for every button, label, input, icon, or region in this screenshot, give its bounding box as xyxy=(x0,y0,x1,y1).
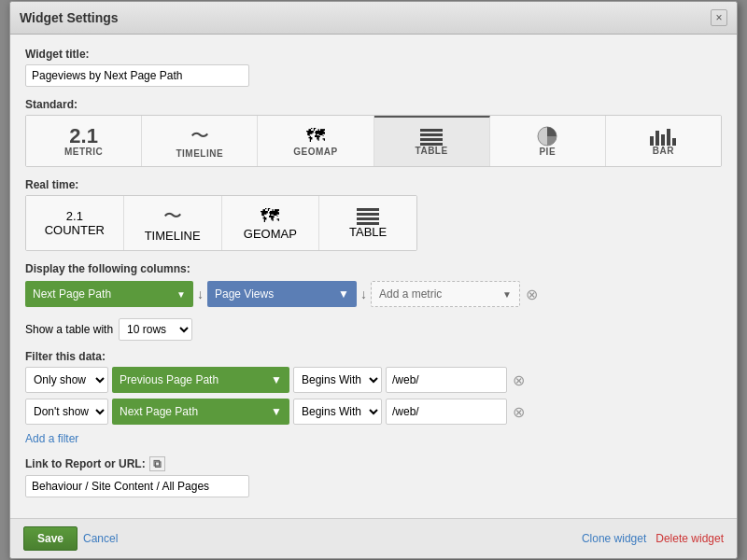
standard-section: Standard: 2.1 METRIC 〜 TIMELINE 🗺 GEOMAP xyxy=(25,98,722,167)
filter2-value-input[interactable] xyxy=(386,399,507,425)
link-copy-icon[interactable]: ⧉ xyxy=(149,456,165,471)
remove-filter1-button[interactable]: ⊗ xyxy=(513,371,525,389)
rows-label: Show a table with xyxy=(25,323,113,336)
rt-timeline-label: TIMELINE xyxy=(145,229,201,243)
standard-options-grid: 2.1 METRIC 〜 TIMELINE 🗺 GEOMAP xyxy=(25,115,722,167)
columns-row: Next Page Path ▼ ↓ Page Views ▼ ↓ Add a … xyxy=(25,281,722,307)
add-metric-box[interactable]: Add a metric ▼ xyxy=(371,281,520,307)
filter-row-2: Don't show Only show Next Page Path ▼ Be… xyxy=(25,399,722,425)
columns-section: Display the following columns: Next Page… xyxy=(25,262,722,307)
bar-label: BAR xyxy=(653,146,674,156)
cancel-button[interactable]: Cancel xyxy=(83,532,118,545)
remove-filter2-button[interactable]: ⊗ xyxy=(513,403,525,421)
rows-row: Show a table with 10 rows 5 rows 25 rows… xyxy=(25,318,722,341)
rt-option-counter[interactable]: 2.1 COUNTER xyxy=(26,196,124,250)
dialog-body: Widget title: Standard: 2.1 METRIC 〜 TIM… xyxy=(10,35,737,518)
filter2-dimension-label: Next Page Path xyxy=(120,405,198,418)
link-label-row: Link to Report or URL: ⧉ xyxy=(25,456,722,471)
link-input[interactable] xyxy=(25,475,249,497)
realtime-options-grid: 2.1 COUNTER 〜 TIMELINE 🗺 GEOMAP xyxy=(25,195,417,251)
standard-label: Standard: xyxy=(25,98,722,111)
add-metric-label: Add a metric xyxy=(379,287,442,301)
filter1-type-select[interactable]: Only show Don't show xyxy=(25,367,108,393)
realtime-section: Real time: 2.1 COUNTER 〜 TIMELINE 🗺 GEOM… xyxy=(25,178,722,251)
rows-select[interactable]: 10 rows 5 rows 25 rows 50 rows 100 rows xyxy=(119,318,192,341)
widget-title-input[interactable] xyxy=(25,64,249,87)
dialog-title: Widget Settings xyxy=(20,10,119,25)
filter2-condition-select[interactable]: Begins With Ends With Contains Matches xyxy=(293,399,382,425)
standard-option-metric[interactable]: 2.1 METRIC xyxy=(26,116,142,166)
filter2-type-select[interactable]: Don't show Only show xyxy=(25,399,108,425)
table-icon xyxy=(420,129,443,146)
filter2-dimension-arrow-icon: ▼ xyxy=(271,405,282,418)
filter1-dimension-dropdown[interactable]: Previous Page Path ▼ xyxy=(112,367,289,393)
widget-title-section: Widget title: xyxy=(25,48,722,87)
pie-label: PIE xyxy=(539,147,556,157)
timeline-label: TIMELINE xyxy=(176,148,223,159)
col2-sort-icon: ↓ xyxy=(360,287,367,301)
counter-number: 2.1 xyxy=(66,209,83,223)
rt-table-label: TABLE xyxy=(349,225,387,239)
standard-option-bar[interactable]: BAR xyxy=(606,116,721,166)
widget-title-label: Widget title: xyxy=(25,48,722,61)
geomap-icon: 🗺 xyxy=(306,125,325,147)
footer-right: Clone widget Delete widget xyxy=(582,532,724,545)
rt-option-geomap[interactable]: 🗺 GEOMAP xyxy=(222,196,320,250)
rt-option-table[interactable]: TABLE xyxy=(319,196,416,250)
filter1-value-input[interactable] xyxy=(386,367,507,393)
clone-widget-link[interactable]: Clone widget xyxy=(582,532,646,545)
col1-label: Next Page Path xyxy=(33,287,111,301)
widget-settings-dialog: Widget Settings × Widget title: Standard… xyxy=(9,1,738,559)
close-button[interactable]: × xyxy=(711,9,727,26)
col2-label: Page Views xyxy=(215,287,274,301)
save-button[interactable]: Save xyxy=(23,526,78,551)
filter1-dimension-label: Previous Page Path xyxy=(120,373,218,386)
delete-widget-link[interactable]: Delete widget xyxy=(655,532,724,545)
rt-geomap-label: GEOMAP xyxy=(244,227,297,241)
col1-arrow-icon: ▼ xyxy=(176,289,186,300)
table-label: TABLE xyxy=(416,146,448,156)
col2-dropdown[interactable]: Page Views ▼ xyxy=(207,281,357,307)
dialog-titlebar: Widget Settings × xyxy=(10,2,737,35)
counter-label: COUNTER xyxy=(45,223,105,237)
rt-option-timeline[interactable]: 〜 TIMELINE xyxy=(124,196,222,250)
standard-option-table[interactable]: TABLE xyxy=(374,116,490,166)
metric-label: METRIC xyxy=(64,147,103,157)
bar-icon xyxy=(650,127,676,146)
geomap-label: GEOMAP xyxy=(293,147,337,157)
filter-row-1: Only show Don't show Previous Page Path … xyxy=(25,367,722,393)
filter-section: Filter this data: Only show Don't show P… xyxy=(25,350,722,445)
link-section: Link to Report or URL: ⧉ xyxy=(25,456,722,497)
rt-table-icon xyxy=(357,208,379,225)
add-metric-arrow-icon: ▼ xyxy=(502,289,512,300)
add-filter-link[interactable]: Add a filter xyxy=(25,432,78,445)
columns-label: Display the following columns: xyxy=(25,262,722,275)
rt-geomap-icon: 🗺 xyxy=(261,205,279,227)
col1-sort-icon: ↓ xyxy=(197,287,204,301)
link-label: Link to Report or URL: xyxy=(25,457,146,470)
filter1-condition-select[interactable]: Begins With Ends With Contains Matches xyxy=(293,367,382,393)
standard-option-geomap[interactable]: 🗺 GEOMAP xyxy=(258,116,374,166)
col2-arrow-icon: ▼ xyxy=(338,287,349,301)
filter-label: Filter this data: xyxy=(25,350,722,363)
standard-option-pie[interactable]: PIE xyxy=(490,116,606,166)
timeline-icon: 〜 xyxy=(190,123,209,148)
metric-number: 2.1 xyxy=(69,126,98,147)
footer-left: Save Cancel xyxy=(23,526,118,551)
filter1-dimension-arrow-icon: ▼ xyxy=(271,373,282,386)
col1-dropdown[interactable]: Next Page Path ▼ xyxy=(25,281,193,307)
pie-icon xyxy=(537,126,557,147)
remove-metric-button[interactable]: ⊗ xyxy=(526,286,538,303)
dialog-footer: Save Cancel Clone widget Delete widget xyxy=(10,518,737,558)
filter2-dimension-dropdown[interactable]: Next Page Path ▼ xyxy=(112,399,289,425)
realtime-label: Real time: xyxy=(25,178,722,191)
rt-timeline-icon: 〜 xyxy=(163,203,182,229)
standard-option-timeline[interactable]: 〜 TIMELINE xyxy=(142,116,258,166)
